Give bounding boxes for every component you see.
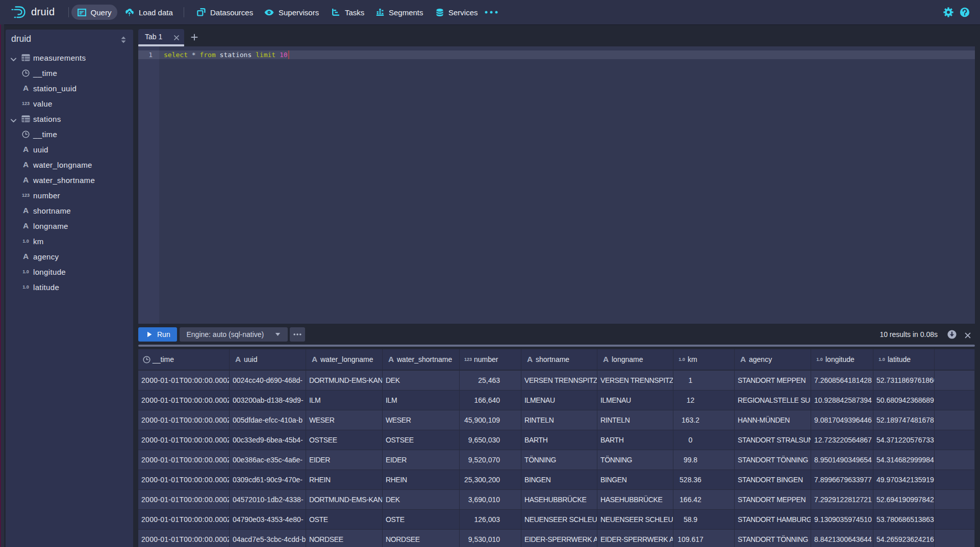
cell-number-row3[interactable]: 45,900,109 (460, 410, 521, 430)
cell-number-row1[interactable]: 25,463 (460, 371, 521, 390)
download-results-icon[interactable] (947, 330, 957, 339)
column-header-shortname[interactable]: Ashortname (521, 349, 597, 370)
cell--row8[interactable] (935, 510, 975, 529)
column-header-latitude[interactable]: 1.0latitude (873, 349, 935, 370)
cell-water_longname-row1[interactable]: DORTMUND-EMS-KANAL (306, 371, 383, 390)
cell-water_shortname-row5[interactable]: EIDER (383, 450, 460, 470)
cell-water_shortname-row2[interactable]: ILM (383, 390, 460, 410)
cell-longitude-row8[interactable]: 9.1309035974510 (811, 510, 873, 529)
chevron-down-icon[interactable] (11, 55, 16, 61)
cell-longname-row5[interactable]: TÖNNING (597, 450, 673, 470)
cell-uuid-row7[interactable]: 04572010-1db2-4338- (230, 490, 306, 509)
cell-agency-row8[interactable]: STANDORT HAMBURG (735, 510, 811, 529)
cell--row5[interactable] (935, 450, 975, 470)
cell-shortname-row7[interactable]: HASEHUBBRÜCKE (521, 490, 597, 509)
tree-table-measurements[interactable]: measurements (6, 50, 133, 65)
nav-item-datasources[interactable]: Datasources (197, 0, 253, 24)
nav-item-services[interactable]: Services (436, 0, 478, 24)
tree-column-agency[interactable]: Aagency (6, 249, 133, 264)
cell-longitude-row7[interactable]: 7.2929122812721 (811, 490, 873, 509)
cell-shortname-row5[interactable]: TÖNNING (521, 450, 597, 470)
cell-number-row9[interactable]: 9,530,010 (460, 530, 521, 547)
cell-latitude-row3[interactable]: 52.1897474816788 (873, 410, 935, 430)
cell-water_longname-row9[interactable]: NORDSEE (306, 530, 383, 547)
cell-longname-row9[interactable]: EIDER-SPERRWERK AP (597, 530, 673, 547)
cell-longitude-row2[interactable]: 10.928842587394 (811, 390, 873, 410)
cell-agency-row9[interactable]: STANDORT TÖNNING (735, 530, 811, 547)
cell--row9[interactable] (935, 530, 975, 547)
tree-column-value[interactable]: 123value (6, 96, 133, 111)
tree-column-longitude[interactable]: 1.0longitude (6, 264, 133, 279)
tree-table-stations[interactable]: stations (6, 111, 133, 126)
cell-longitude-row1[interactable]: 7.2608564181428 (811, 371, 873, 390)
cell--row4[interactable] (935, 430, 975, 450)
tree-column-station_uuid[interactable]: Astation_uuid (6, 81, 133, 96)
cell-uuid-row9[interactable]: 04acd7e5-3cbc-4cdd-b (230, 530, 306, 547)
cell-number-row2[interactable]: 166,640 (460, 390, 521, 410)
settings-gear-icon[interactable] (943, 7, 953, 17)
cell-water_shortname-row4[interactable]: OSTSEE (383, 430, 460, 450)
cell-water_longname-row4[interactable]: OSTSEE (306, 430, 383, 450)
cell-longitude-row9[interactable]: 8.8421300643644 (811, 530, 873, 547)
cell-km-row8[interactable]: 58.9 (673, 510, 735, 529)
cell-shortname-row9[interactable]: EIDER-SPERRWERK AP (521, 530, 597, 547)
tree-column-__time[interactable]: __time (6, 126, 133, 142)
column-header-longname[interactable]: Alongname (597, 349, 673, 370)
cell-uuid-row6[interactable]: 0309cd61-90c9-470e- (230, 470, 306, 489)
cell-shortname-row1[interactable]: VERSEN TRENNSPITZE (521, 371, 597, 390)
cell-shortname-row8[interactable]: NEUENSEER SCHLEUSE (521, 510, 597, 529)
nav-item-query[interactable]: Query (71, 5, 117, 20)
cell-longname-row4[interactable]: BARTH (597, 430, 673, 450)
cell-uuid-row1[interactable]: 0024cc40-d690-468d- (230, 371, 306, 390)
column-header-uuid[interactable]: Auuid (230, 349, 306, 370)
tree-column-number[interactable]: 123number (6, 188, 133, 203)
cell-__time-row3[interactable]: 2000-01-01T00:00:00.000Z (138, 410, 230, 430)
tab-tab1[interactable]: Tab 1 (138, 29, 184, 44)
cell-latitude-row6[interactable]: 49.9703421359195 (873, 470, 935, 489)
column-header-longitude[interactable]: 1.0longitude (811, 349, 873, 370)
cell-shortname-row2[interactable]: ILMENAU (521, 390, 597, 410)
cell--row7[interactable] (935, 490, 975, 509)
cell-uuid-row4[interactable]: 00c33ed9-6bea-45b4- (230, 430, 306, 450)
cell--row3[interactable] (935, 410, 975, 430)
cell-uuid-row3[interactable]: 005dfdae-efcc-410a-b (230, 410, 306, 430)
cell--row1[interactable] (935, 371, 975, 390)
cell-__time-row7[interactable]: 2000-01-01T00:00:00.000Z (138, 490, 230, 509)
cell-latitude-row2[interactable]: 50.6809423686897 (873, 390, 935, 410)
cell-agency-row1[interactable]: STANDORT MEPPEN (735, 371, 811, 390)
cell-longitude-row3[interactable]: 9.0817049396446 (811, 410, 873, 430)
double-caret-vertical-icon[interactable] (120, 36, 127, 43)
nav-item-tasks[interactable]: Tasks (332, 0, 364, 24)
cell-longname-row7[interactable]: HASEHUBBRÜCKE (597, 490, 673, 509)
cell-agency-row2[interactable]: REGIONALSTELLE SUHL (735, 390, 811, 410)
cell-number-row8[interactable]: 126,003 (460, 510, 521, 529)
cell-agency-row7[interactable]: STANDORT MEPPEN (735, 490, 811, 509)
druid-logo-icon[interactable] (11, 4, 27, 20)
cell-longname-row2[interactable]: ILMENAU (597, 390, 673, 410)
cell-agency-row6[interactable]: STANDORT BINGEN (735, 470, 811, 489)
cell-number-row7[interactable]: 3,690,010 (460, 490, 521, 509)
cell-number-row5[interactable]: 9,520,070 (460, 450, 521, 470)
sql-editor[interactable]: 1 select * from stations limit 10 (138, 46, 975, 324)
cell-agency-row4[interactable]: STANDORT STRALSUND (735, 430, 811, 450)
cell-water_longname-row7[interactable]: DORTMUND-EMS-KANAL (306, 490, 383, 509)
nav-item-load-data[interactable]: Load data (125, 0, 173, 24)
cell-km-row4[interactable]: 0 (673, 430, 735, 450)
cell-longname-row8[interactable]: NEUENSEER SCHLEUSE (597, 510, 673, 529)
cell-agency-row5[interactable]: STANDORT TÖNNING (735, 450, 811, 470)
cell-water_longname-row2[interactable]: ILM (306, 390, 383, 410)
tab-close-icon[interactable] (173, 34, 180, 40)
cell-water_longname-row3[interactable]: WESER (306, 410, 383, 430)
cell-km-row9[interactable]: 109.617 (673, 530, 735, 547)
cell-__time-row4[interactable]: 2000-01-01T00:00:00.000Z (138, 430, 230, 450)
cell-latitude-row7[interactable]: 52.6941909978421 (873, 490, 935, 509)
cell-__time-row9[interactable]: 2000-01-01T00:00:00.000Z (138, 530, 230, 547)
cell-uuid-row2[interactable]: 003200ab-d138-49d9- (230, 390, 306, 410)
cell-water_shortname-row1[interactable]: DEK (383, 371, 460, 390)
cell-water_shortname-row9[interactable]: NORDSEE (383, 530, 460, 547)
cell-km-row6[interactable]: 528.36 (673, 470, 735, 489)
cell-agency-row3[interactable]: HANN-MÜNDEN (735, 410, 811, 430)
column-header-__time[interactable]: __time (138, 349, 230, 370)
cell-water_shortname-row3[interactable]: WESER (383, 410, 460, 430)
cell-__time-row6[interactable]: 2000-01-01T00:00:00.000Z (138, 470, 230, 489)
